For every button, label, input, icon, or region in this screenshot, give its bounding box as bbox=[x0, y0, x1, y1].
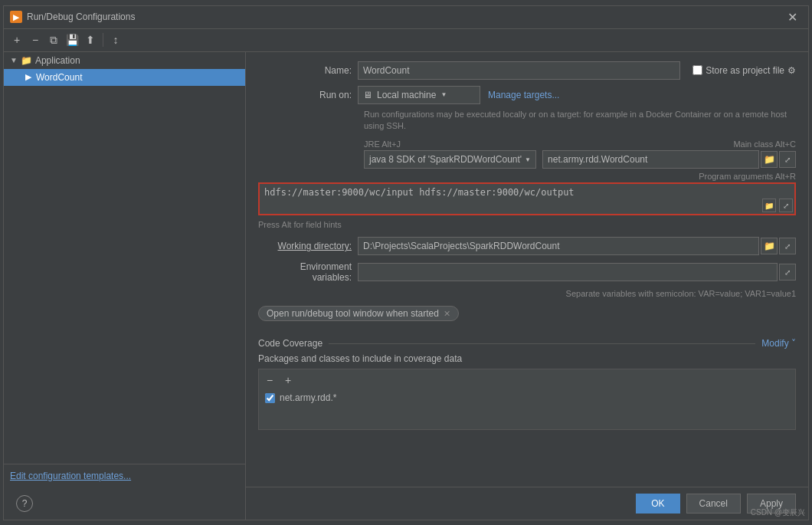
sidebar-group-label: Application bbox=[35, 55, 80, 66]
prog-args-area: 📁 ⤢ bbox=[258, 182, 796, 215]
close-button[interactable]: ✕ bbox=[783, 8, 802, 26]
coverage-sub-label: Packages and classes to include in cover… bbox=[258, 353, 796, 364]
coverage-toolbar: − + bbox=[262, 372, 792, 388]
run-on-select[interactable]: 🖥 Local machine ▼ bbox=[358, 86, 480, 104]
folder-icon: 📁 bbox=[21, 55, 32, 66]
env-vars-input[interactable] bbox=[358, 263, 778, 281]
add-config-button[interactable]: + bbox=[8, 31, 25, 48]
sort-button[interactable]: ↕ bbox=[107, 31, 124, 48]
monitor-icon: 🖥 bbox=[363, 90, 372, 100]
coverage-item-checkbox[interactable] bbox=[265, 393, 275, 403]
env-vars-row: Environment variables: ⤢ bbox=[258, 261, 796, 283]
main-content: Name: Store as project file ⚙ Run on: 🖥 … bbox=[246, 52, 808, 487]
manage-targets-link[interactable]: Manage targets... bbox=[488, 90, 559, 100]
ok-button[interactable]: OK bbox=[636, 494, 679, 514]
coverage-add-button[interactable]: + bbox=[280, 372, 296, 388]
coverage-list-area: − + net.army.rdd.* bbox=[258, 369, 796, 430]
prog-args-expand-button[interactable]: ⤢ bbox=[779, 199, 793, 212]
cancel-button[interactable]: Cancel bbox=[686, 494, 741, 514]
title-bar: ▶ Run/Debug Configurations ✕ bbox=[4, 6, 808, 29]
open-tool-window-label: Open run/debug tool window when started bbox=[267, 308, 439, 319]
coverage-section: Code Coverage Modify ˅ Packages and clas… bbox=[258, 338, 796, 430]
env-vars-label: Environment variables: bbox=[258, 261, 358, 283]
store-checkbox[interactable] bbox=[692, 65, 702, 75]
store-label[interactable]: Store as project file bbox=[706, 65, 784, 76]
sidebar-group-application[interactable]: ▼ 📁 Application bbox=[4, 52, 245, 69]
jre-select[interactable]: java 8 SDK of 'SparkRDDWordCount' ▼ bbox=[364, 150, 536, 169]
prog-args-label-row: Program arguments Alt+R bbox=[258, 172, 796, 181]
main-class-expand-button[interactable]: ⤢ bbox=[779, 151, 796, 168]
store-settings-icon[interactable]: ⚙ bbox=[787, 65, 796, 76]
expand-arrow-icon: ▼ bbox=[10, 56, 18, 64]
edit-templates-link[interactable]: Edit configuration templates... bbox=[4, 464, 245, 487]
run-on-info-text: Run configurations may be executed local… bbox=[364, 109, 796, 133]
press-alt-hint: Press Alt for field hints bbox=[258, 220, 796, 229]
main-class-folder-button[interactable]: 📁 bbox=[761, 151, 778, 168]
sidebar-child-label: WordCount bbox=[36, 72, 82, 83]
app-icon: ▶ bbox=[10, 11, 22, 23]
working-dir-folder-button[interactable]: 📁 bbox=[761, 238, 778, 254]
main-class-area: 📁 ⤢ bbox=[542, 150, 796, 169]
main-class-shortcut-label: Main class Alt+C bbox=[733, 139, 796, 149]
name-label: Name: bbox=[258, 65, 358, 76]
env-vars-expand-button[interactable]: ⤢ bbox=[779, 264, 796, 281]
move-up-button[interactable]: ⬆ bbox=[82, 31, 99, 48]
watermark: CSDN @变辰兴 bbox=[748, 506, 808, 520]
run-on-row: Run on: 🖥 Local machine ▼ Manage targets… bbox=[258, 86, 796, 104]
jre-value: java 8 SDK of 'SparkRDDWordCount' bbox=[369, 154, 522, 165]
shortcut-hints-row: JRE Alt+J Main class Alt+C bbox=[258, 139, 796, 149]
coverage-header: Code Coverage Modify ˅ bbox=[258, 338, 796, 349]
dialog-footer: OK Cancel Apply bbox=[246, 487, 808, 520]
prog-args-folder-button[interactable]: 📁 bbox=[762, 199, 776, 212]
local-machine-label: Local machine bbox=[377, 90, 436, 100]
coverage-item: net.army.rdd.* bbox=[262, 391, 792, 405]
store-section: Store as project file ⚙ bbox=[692, 65, 796, 76]
coverage-title: Code Coverage bbox=[258, 338, 323, 349]
main-class-input[interactable] bbox=[542, 150, 759, 169]
coverage-separator bbox=[329, 343, 755, 344]
save-config-button[interactable]: 💾 bbox=[64, 31, 80, 48]
copy-config-button[interactable]: ⧉ bbox=[45, 31, 62, 48]
prog-args-buttons: 📁 ⤢ bbox=[761, 199, 793, 212]
open-tool-window-chip: Open run/debug tool window when started … bbox=[258, 306, 459, 321]
prog-args-input[interactable] bbox=[260, 184, 794, 212]
toolbar: + − ⧉ 💾 ⬆ ↕ bbox=[4, 29, 808, 52]
help-button[interactable]: ? bbox=[16, 495, 33, 512]
name-section: Name: bbox=[258, 61, 680, 80]
jre-shortcut-label: JRE Alt+J bbox=[364, 139, 401, 149]
run-debug-dialog: ▶ Run/Debug Configurations ✕ + − ⧉ 💾 ⬆ ↕… bbox=[3, 5, 809, 520]
remove-config-button[interactable]: − bbox=[27, 31, 44, 48]
main-panel: Name: Store as project file ⚙ Run on: 🖥 … bbox=[246, 52, 808, 520]
chip-close-button[interactable]: ✕ bbox=[444, 309, 450, 319]
name-row: Name: Store as project file ⚙ bbox=[258, 61, 796, 80]
coverage-remove-button[interactable]: − bbox=[262, 372, 277, 388]
name-input[interactable] bbox=[358, 61, 680, 80]
dialog-title: Run/Debug Configurations bbox=[27, 11, 783, 22]
open-tool-window-row: Open run/debug tool window when started … bbox=[258, 306, 796, 329]
coverage-item-label: net.army.rdd.* bbox=[280, 392, 336, 403]
jre-main-row: java 8 SDK of 'SparkRDDWordCount' ▼ 📁 ⤢ bbox=[258, 150, 796, 169]
sidebar-item-wordcount[interactable]: ▶ WordCount bbox=[4, 69, 245, 86]
sidebar: ▼ 📁 Application ▶ WordCount Edit configu… bbox=[4, 52, 246, 520]
working-dir-input[interactable] bbox=[358, 237, 759, 255]
prog-args-label: Program arguments Alt+R bbox=[699, 172, 796, 181]
working-dir-expand-button[interactable]: ⤢ bbox=[779, 238, 796, 254]
jre-arrow-icon: ▼ bbox=[525, 156, 531, 163]
content-area: ▼ 📁 Application ▶ WordCount Edit configu… bbox=[4, 52, 808, 520]
working-dir-label: Working directory: bbox=[258, 241, 358, 251]
coverage-modify-link[interactable]: Modify ˅ bbox=[761, 338, 796, 349]
env-vars-hint: Separate variables with semicolon: VAR=v… bbox=[258, 289, 796, 298]
run-on-label: Run on: bbox=[258, 90, 358, 100]
dropdown-arrow-icon: ▼ bbox=[440, 91, 447, 98]
run-config-icon: ▶ bbox=[25, 72, 31, 82]
toolbar-separator bbox=[103, 33, 103, 47]
working-dir-row: Working directory: 📁 ⤢ bbox=[258, 237, 796, 255]
